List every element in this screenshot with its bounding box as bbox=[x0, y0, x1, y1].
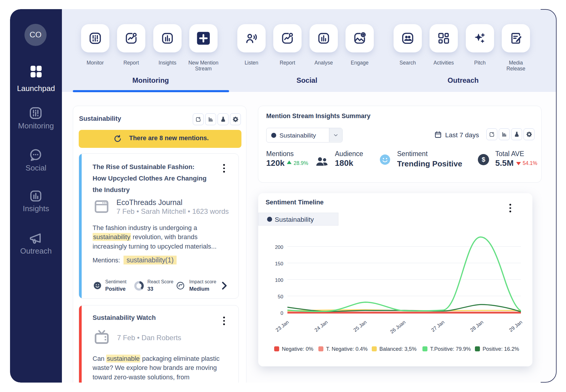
svg-text:27 Jan: 27 Jan bbox=[430, 319, 446, 333]
svg-text:29 Jan: 29 Jan bbox=[508, 319, 524, 333]
svg-text:200: 200 bbox=[275, 244, 283, 250]
svg-text:50: 50 bbox=[278, 294, 283, 300]
svg-text:26 Juan: 26 Juan bbox=[389, 319, 407, 335]
svg-text:24 Jan: 24 Jan bbox=[314, 319, 329, 333]
svg-text:150: 150 bbox=[275, 261, 283, 267]
svg-text:100: 100 bbox=[275, 277, 283, 283]
svg-text:0: 0 bbox=[281, 310, 283, 316]
svg-text:23 Jan: 23 Jan bbox=[275, 319, 290, 333]
svg-text:25 Jan: 25 Jan bbox=[353, 319, 368, 333]
svg-text:28 Jan: 28 Jan bbox=[469, 319, 485, 333]
